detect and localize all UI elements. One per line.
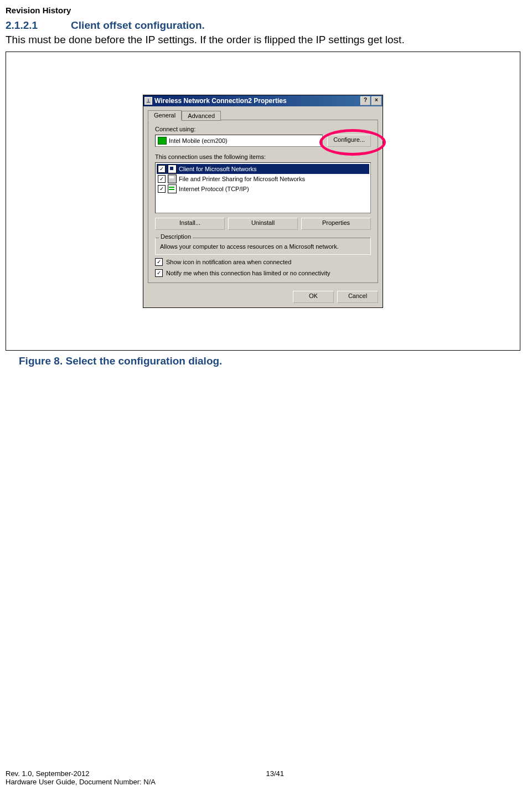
checkbox-icon[interactable]: ✓ xyxy=(158,185,166,193)
list-item[interactable]: ✓ Internet Protocol (TCP/IP) xyxy=(157,184,369,194)
app-icon: ⊥ xyxy=(144,97,152,105)
dialog-titlebar: ⊥ Wireless Network Connection2 Propertie… xyxy=(143,95,383,106)
notify-label: Notify me when this connection has limit… xyxy=(166,270,330,276)
uninstall-button[interactable]: Uninstall xyxy=(228,218,298,230)
tab-advanced[interactable]: Advanced xyxy=(182,111,221,121)
figure-frame: ⊥ Wireless Network Connection2 Propertie… xyxy=(6,52,520,351)
help-button[interactable]: ? xyxy=(360,96,370,105)
description-text: Allows your computer to access resources… xyxy=(160,243,366,250)
items-list[interactable]: ✓ Client for Microsoft Networks ✓ File a… xyxy=(155,162,371,213)
tab-strip: General Advanced xyxy=(143,106,383,120)
adapter-field: Intel Mobile (ecm200) xyxy=(155,135,323,147)
properties-button[interactable]: Properties xyxy=(301,218,371,230)
figure-caption: Figure 8. Select the configuration dialo… xyxy=(19,355,526,367)
connect-using-label: Connect using: xyxy=(155,126,371,132)
list-item[interactable]: ✓ File and Printer Sharing for Microsoft… xyxy=(157,174,369,184)
printer-icon xyxy=(168,174,177,183)
section-heading: 2.1.2.1 Client offset configuration. xyxy=(6,19,526,32)
description-group: Description Allows your computer to acce… xyxy=(155,238,371,255)
close-button[interactable]: × xyxy=(371,96,381,105)
section-title: Client offset configuration. xyxy=(71,19,205,32)
description-legend: Description xyxy=(159,233,193,240)
item-label: Internet Protocol (TCP/IP) xyxy=(179,186,249,192)
checkbox-icon[interactable]: ✓ xyxy=(155,258,163,266)
protocol-icon xyxy=(168,184,177,193)
checkbox-icon[interactable]: ✓ xyxy=(158,165,166,173)
dialog-footer: OK Cancel xyxy=(143,287,383,307)
install-button[interactable]: Install... xyxy=(155,218,225,230)
notify-row[interactable]: ✓ Notify me when this connection has lim… xyxy=(155,269,371,277)
footer-rev: Rev. 1.0, September-2012 xyxy=(6,769,266,778)
dialog-title: Wireless Network Connection2 Properties xyxy=(154,97,287,105)
show-icon-label: Show icon in notification area when conn… xyxy=(166,259,291,265)
adapter-name: Intel Mobile (ecm200) xyxy=(169,137,228,144)
item-label: File and Printer Sharing for Microsoft N… xyxy=(179,176,305,182)
items-label: This connection uses the following items… xyxy=(155,153,371,160)
client-icon xyxy=(168,165,177,173)
adapter-icon xyxy=(158,137,167,145)
checkbox-icon[interactable]: ✓ xyxy=(158,175,166,183)
page-footer: Rev. 1.0, September-2012 13/41 Hardware … xyxy=(6,769,526,786)
cancel-button[interactable]: Cancel xyxy=(337,291,378,303)
footer-doc: Hardware User Guide, Document Number: N/… xyxy=(6,778,526,786)
checkbox-icon[interactable]: ✓ xyxy=(155,269,163,277)
configure-button[interactable]: Configure... xyxy=(327,135,371,147)
properties-dialog: ⊥ Wireless Network Connection2 Propertie… xyxy=(143,95,383,308)
tab-general[interactable]: General xyxy=(148,110,182,120)
section-body: This must be done before the IP settings… xyxy=(6,34,526,46)
section-number: 2.1.2.1 xyxy=(6,19,38,32)
ok-button[interactable]: OK xyxy=(293,291,334,303)
item-label: Client for Microsoft Networks xyxy=(179,166,257,172)
show-icon-row[interactable]: ✓ Show icon in notification area when co… xyxy=(155,258,371,266)
tab-body: Connect using: Intel Mobile (ecm200) Con… xyxy=(148,120,378,283)
page-header: Revision History xyxy=(6,6,526,15)
list-item[interactable]: ✓ Client for Microsoft Networks xyxy=(157,164,369,174)
footer-page: 13/41 xyxy=(266,769,527,778)
